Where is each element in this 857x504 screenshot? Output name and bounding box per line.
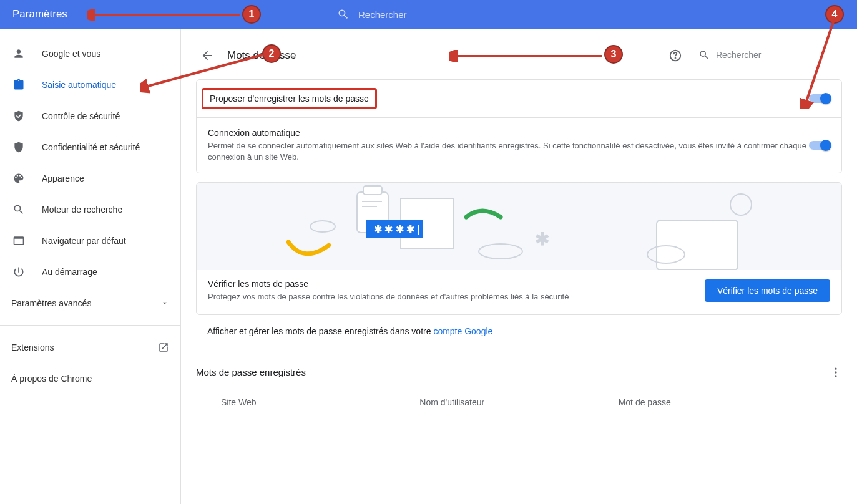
check-passwords-row: Vérifier les mots de passe Protégez vos … (197, 270, 841, 303)
sidebar-item-label: Moteur de recherche (42, 205, 122, 215)
svg-point-15 (835, 371, 836, 373)
content-header: Mots de passe (181, 29, 857, 79)
sidebar-item-label: Apparence (42, 173, 84, 183)
external-link-icon (158, 342, 169, 353)
chevron-down-icon (160, 299, 169, 308)
setting-auto-signin: Connexion automatique Permet de se conne… (197, 118, 841, 173)
sidebar-item-appearance[interactable]: Apparence (0, 163, 180, 194)
google-account-link[interactable]: compte Google (433, 326, 492, 336)
column-site: Site Web (221, 397, 419, 407)
search-icon (698, 49, 710, 61)
sidebar-item-google[interactable]: Google et vous (0, 38, 180, 69)
sidebar-item-search-engine[interactable]: Moteur de recherche (0, 194, 180, 225)
highlighted-setting-label: Proposer d'enregistrer les mots de passe (202, 88, 377, 109)
search-icon (337, 8, 350, 21)
browser-icon (11, 233, 26, 248)
sidebar-item-label: Contrôle de sécurité (42, 111, 120, 121)
sidebar-item-label: Navigateur par défaut (42, 236, 126, 246)
saved-header: Mots de passe enregistrés (196, 360, 842, 385)
svg-point-14 (835, 367, 836, 369)
sidebar-item-label: Google et vous (42, 49, 100, 59)
toggle-auto-signin[interactable] (809, 141, 830, 150)
search-icon (11, 202, 26, 217)
sidebar-item-label: Confidentialité et sécurité (42, 142, 140, 152)
extensions-label: Extensions (11, 342, 54, 352)
advanced-label: Paramètres avancés (11, 298, 91, 308)
sidebar-item-safety[interactable]: Contrôle de sécurité (0, 100, 180, 132)
about-label: À propos de Chrome (11, 374, 92, 384)
sidebar-item-privacy[interactable]: Confidentialité et sécurité (0, 132, 180, 163)
sidebar-about[interactable]: À propos de Chrome (0, 363, 180, 394)
arrow-left-icon (200, 49, 214, 62)
page-search-input[interactable] (716, 50, 842, 60)
toggle-offer-save[interactable] (809, 94, 830, 103)
more-icon[interactable] (830, 366, 842, 379)
check-passwords-card: ✱ ✱ ✱ ✱ | ✱ Vérifier les mots de passe P… (196, 182, 842, 314)
app-title: Paramètres (12, 8, 67, 21)
svg-point-16 (835, 375, 836, 377)
setting-description: Permet de se connecter automatiquement a… (208, 140, 809, 163)
column-username: Nom d'utilisateur (419, 397, 618, 407)
topbar-search[interactable] (325, 0, 857, 29)
illustration: ✱ ✱ ✱ ✱ | ✱ (197, 183, 841, 270)
sidebar-item-label: Au démarrage (42, 267, 97, 277)
svg-point-1 (675, 58, 676, 59)
setting-title: Connexion automatique (208, 128, 809, 138)
content: Mots de passe Proposer d'enregistrer les… (181, 29, 857, 504)
clipboard-icon (11, 77, 26, 92)
saved-columns: Site Web Nom d'utilisateur Mot de passe (196, 385, 842, 414)
sidebar-extensions[interactable]: Extensions (0, 332, 180, 363)
shield-icon (11, 140, 26, 155)
sidebar-item-autofill[interactable]: Saisie automatique (0, 69, 180, 100)
sidebar-item-label: Saisie automatique (42, 80, 116, 90)
page-search[interactable] (698, 49, 842, 62)
separator (0, 325, 180, 326)
password-dots: ✱ ✱ ✱ ✱ | (374, 224, 420, 235)
svg-point-9 (479, 244, 522, 259)
check-title: Vérifier les mots de passe (208, 279, 705, 289)
person-icon (11, 46, 26, 61)
svg-point-13 (730, 194, 752, 215)
page-title: Mots de passe (227, 49, 668, 62)
palette-icon (11, 171, 26, 186)
check-description: Protégez vos mots de passe contre les vi… (208, 291, 705, 303)
topbar: Paramètres (0, 0, 857, 29)
shield-check-icon (11, 109, 26, 124)
sidebar: Google et vous Saisie automatique Contrô… (0, 29, 181, 504)
power-icon (11, 264, 26, 279)
svg-rect-4 (363, 186, 382, 195)
setting-offer-save: Proposer d'enregistrer les mots de passe (197, 80, 841, 118)
top-search-input[interactable] (358, 9, 477, 20)
settings-card: Proposer d'enregistrer les mots de passe… (196, 79, 842, 173)
sidebar-advanced[interactable]: Paramètres avancés (0, 288, 180, 319)
topbar-title-area: Paramètres (0, 0, 325, 29)
google-account-note: Afficher et gérer les mots de passe enre… (207, 326, 831, 336)
column-password: Mot de passe (619, 397, 817, 407)
sidebar-item-default-browser[interactable]: Navigateur par défaut (0, 225, 180, 256)
account-text: Afficher et gérer les mots de passe enre… (207, 326, 433, 336)
back-button[interactable] (196, 44, 218, 67)
main-area: Google et vous Saisie automatique Contrô… (0, 29, 857, 504)
sidebar-item-startup[interactable]: Au démarrage (0, 256, 180, 288)
help-icon[interactable] (668, 49, 682, 62)
svg-point-2 (310, 221, 335, 232)
check-passwords-button[interactable]: Vérifier les mots de passe (705, 279, 830, 302)
saved-passwords-section: Mots de passe enregistrés Site Web Nom d… (196, 360, 842, 414)
svg-text:✱: ✱ (535, 230, 549, 249)
saved-title: Mots de passe enregistrés (196, 367, 306, 377)
